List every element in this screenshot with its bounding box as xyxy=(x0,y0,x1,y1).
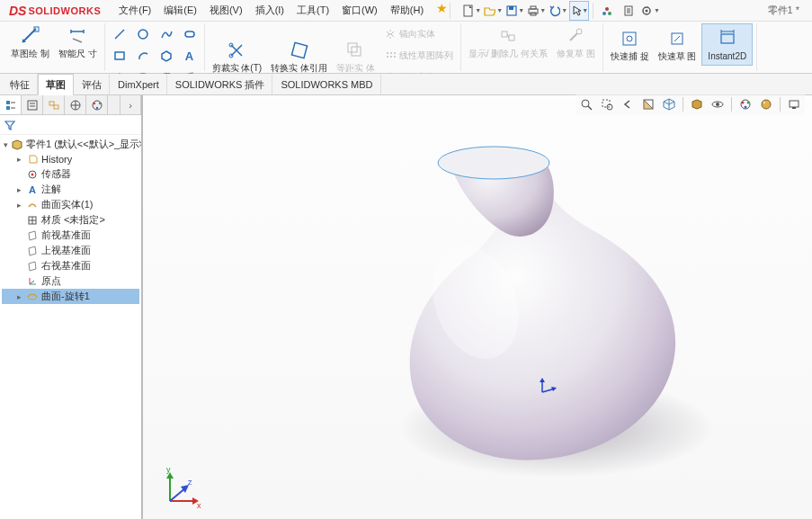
line-button[interactable] xyxy=(109,23,130,45)
tab-mbd[interactable]: SOLIDWORKS MBD xyxy=(272,74,380,94)
previous-view-button[interactable] xyxy=(619,95,637,113)
tree-front-plane[interactable]: 前视基准面 xyxy=(2,228,139,243)
svg-point-8 xyxy=(608,12,611,15)
tree-revolve-feature[interactable]: ▸曲面-旋转1 xyxy=(2,289,139,304)
rectangle-button[interactable] xyxy=(109,45,130,67)
tree-filter-row xyxy=(0,115,141,135)
star-icon[interactable]: ★ xyxy=(436,1,448,20)
svg-rect-65 xyxy=(28,101,37,110)
view-settings-button[interactable] xyxy=(785,95,803,113)
text-button[interactable]: A xyxy=(179,45,201,67)
zoom-area-button[interactable] xyxy=(598,95,616,113)
app-logo: DS SOLIDWORKS xyxy=(4,4,106,18)
configuration-manager-tab[interactable] xyxy=(43,95,65,114)
apply-scene-button[interactable] xyxy=(757,95,775,113)
tab-features[interactable]: 特征 xyxy=(2,74,38,94)
separator xyxy=(780,97,781,112)
svg-point-16 xyxy=(138,30,147,39)
menu-tools[interactable]: 工具(T) xyxy=(291,1,335,20)
main-menu: 文件(F) 编辑(E) 视图(V) 插入(I) 工具(T) 窗口(W) 帮助(H… xyxy=(113,1,448,20)
display-manager-tab[interactable] xyxy=(86,95,108,114)
tree-top-plane[interactable]: 上视基准面 xyxy=(2,243,139,258)
quick-snap-button[interactable]: 快速捕 捉 xyxy=(607,26,653,63)
svg-text:z: z xyxy=(188,478,192,487)
tree-annotations[interactable]: ▸A注解 xyxy=(2,182,139,197)
tree-sensors[interactable]: 传感器 xyxy=(2,166,139,182)
open-button[interactable]: ▼ xyxy=(483,1,503,21)
menu-edit[interactable]: 编辑(E) xyxy=(158,1,202,20)
graphics-viewport[interactable]: y x z xyxy=(143,95,812,519)
tab-evaluate[interactable]: 评估 xyxy=(74,74,110,94)
property-manager-tab[interactable] xyxy=(22,95,43,114)
ribbon-group-relations: 显示/ 删除几 何关系 修复草 图 xyxy=(461,23,603,71)
polygon-button[interactable] xyxy=(156,45,177,67)
svg-rect-36 xyxy=(509,35,514,40)
svg-rect-39 xyxy=(623,32,636,45)
smart-dimension-button[interactable]: 智能尺 寸 xyxy=(55,23,101,60)
tab-sketch[interactable]: 草图 xyxy=(38,74,74,95)
menu-insert[interactable]: 插入(I) xyxy=(250,1,290,20)
view-orientation-button[interactable] xyxy=(660,95,678,113)
svg-point-14 xyxy=(646,9,648,12)
section-view-button[interactable] xyxy=(639,95,657,113)
funnel-icon[interactable] xyxy=(4,119,16,131)
convert-button[interactable]: 转换实 体引用 xyxy=(267,38,331,75)
quick-sketch-button[interactable]: 快速草 图 xyxy=(655,26,700,63)
feature-manager-tab[interactable] xyxy=(0,95,22,114)
zoom-fit-button[interactable] xyxy=(577,95,595,113)
command-manager-tabs: 特征 草图 评估 DimXpert SOLIDWORKS 插件 SOLIDWOR… xyxy=(0,74,812,95)
svg-rect-60 xyxy=(792,107,796,109)
tab-dimxpert[interactable]: DimXpert xyxy=(110,74,167,94)
svg-text:x: x xyxy=(197,501,201,510)
trim-button[interactable]: 剪裁实 体(T) xyxy=(209,38,266,75)
svg-rect-26 xyxy=(291,42,307,58)
select-button[interactable]: ▼ xyxy=(569,1,589,21)
print-button[interactable]: ▼ xyxy=(526,1,546,21)
svg-point-30 xyxy=(390,52,392,54)
slot-button[interactable] xyxy=(179,23,201,45)
circle-button[interactable] xyxy=(132,23,154,45)
model-view xyxy=(143,95,812,519)
spline-button[interactable] xyxy=(156,23,177,45)
mirror-button: 镜向实体 xyxy=(380,23,457,45)
svg-point-38 xyxy=(576,29,582,34)
separator xyxy=(593,3,593,19)
tree-surface-bodies[interactable]: ▸曲面实体(1) xyxy=(2,197,139,212)
tree-right-plane[interactable]: 右视基准面 xyxy=(2,258,139,273)
manager-expand-tab[interactable]: › xyxy=(120,95,141,114)
tab-addins[interactable]: SOLIDWORKS 插件 xyxy=(167,74,273,94)
menu-help[interactable]: 帮助(H) xyxy=(385,1,429,20)
svg-point-56 xyxy=(745,106,747,109)
svg-point-54 xyxy=(742,102,745,104)
hide-show-button[interactable] xyxy=(709,95,727,113)
svg-rect-17 xyxy=(185,31,194,37)
menu-view[interactable]: 视图(V) xyxy=(204,1,248,20)
menu-file[interactable]: 文件(F) xyxy=(113,1,156,20)
tree-material[interactable]: 材质 <未指定> xyxy=(2,212,139,228)
new-button[interactable]: ▼ xyxy=(461,1,481,21)
arc-button[interactable] xyxy=(132,45,154,67)
tree-history[interactable]: ▸History xyxy=(2,152,139,166)
svg-rect-35 xyxy=(502,31,507,37)
tree-root[interactable]: ▾零件1 (默认<<默认>_显示状态 xyxy=(2,137,139,152)
file-properties-button[interactable] xyxy=(619,1,638,21)
options-button[interactable]: ▼ xyxy=(640,1,660,21)
instant2d-button[interactable]: Instant2D xyxy=(701,23,753,66)
svg-point-75 xyxy=(98,102,100,103)
tree-origin[interactable]: 原点 xyxy=(2,273,139,289)
svg-text:y: y xyxy=(166,465,171,474)
save-button[interactable]: ▼ xyxy=(504,1,524,21)
ribbon: 草图绘 制 智能尺 寸 A xyxy=(0,22,812,74)
svg-rect-42 xyxy=(721,34,734,43)
sketch-button[interactable]: 草图绘 制 xyxy=(7,23,53,60)
rebuild-button[interactable] xyxy=(597,1,617,21)
origin-triad-icon xyxy=(537,376,558,398)
display-style-button[interactable] xyxy=(688,95,706,113)
dimxpert-manager-tab[interactable] xyxy=(65,95,86,114)
svg-point-76 xyxy=(95,106,97,108)
svg-rect-48 xyxy=(602,100,610,107)
undo-button[interactable]: ▼ xyxy=(548,1,567,21)
edit-appearance-button[interactable] xyxy=(736,95,754,113)
menu-window[interactable]: 窗口(W) xyxy=(336,1,383,20)
ribbon-group-draw: A xyxy=(105,23,205,71)
